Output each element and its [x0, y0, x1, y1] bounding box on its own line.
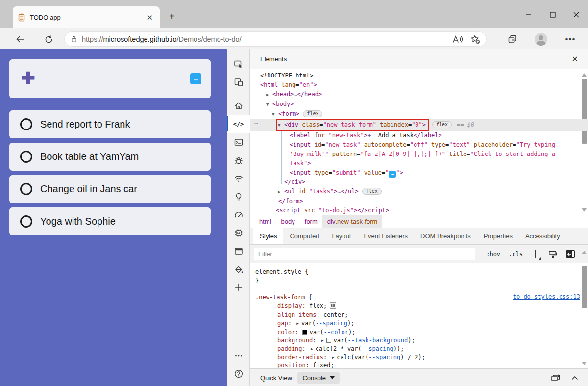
tool-css-overview-icon[interactable]	[227, 260, 250, 278]
dom-tree-node[interactable]: <label for="new-task">✚ Add a task</labe…	[250, 131, 588, 140]
tab-styles[interactable]: Styles	[253, 228, 283, 244]
breadcrumb-item[interactable]: body	[276, 215, 300, 228]
lock-icon[interactable]	[71, 35, 77, 43]
dom-tree-node[interactable]: <script src="to-do.js"></script>	[250, 206, 588, 215]
tool-elements-icon[interactable]: </>	[227, 115, 250, 133]
dom-tree-node[interactable]: <html lang="en">	[250, 80, 588, 90]
css-property[interactable]: gap: ▶var(--spacing);	[255, 319, 583, 328]
expander-icon[interactable]: ▼	[266, 100, 272, 109]
tool-help-icon[interactable]	[227, 364, 250, 383]
dock-quick-view-icon[interactable]	[551, 374, 561, 382]
css-property[interactable]: display: flex;	[255, 302, 583, 311]
tab-computed[interactable]: Computed	[283, 228, 325, 244]
tool-home-icon[interactable]	[227, 97, 250, 115]
pseudo-state-toggle[interactable]: :hov	[486, 251, 500, 257]
expander-icon[interactable]: ▼	[272, 110, 278, 119]
new-tab-button[interactable]: +	[166, 11, 178, 23]
dom-tree-node[interactable]: task">	[250, 159, 588, 168]
tool-console-icon[interactable]	[227, 133, 250, 151]
browser-tab[interactable]: TODO app ✕	[13, 6, 160, 28]
computed-sidebar-toggle-icon[interactable]	[565, 250, 575, 258]
tab-dom-breakpoints[interactable]: DOM Breakpoints	[414, 228, 477, 244]
flex-badge[interactable]: flex	[432, 121, 452, 128]
task-item[interactable]: Yoga with Sophie	[9, 207, 211, 235]
profile-avatar[interactable]	[534, 32, 548, 46]
task-checkbox[interactable]	[20, 215, 32, 228]
tool-network-icon[interactable]	[227, 169, 250, 187]
tab-accessibility[interactable]: Accessibility	[519, 228, 566, 244]
styles-scroll-up-icon[interactable]	[582, 251, 587, 254]
tool-application-icon[interactable]	[227, 242, 250, 260]
maximize-button[interactable]	[541, 0, 564, 28]
tool-issues-icon[interactable]	[227, 187, 250, 206]
css-property[interactable]: color: var(--color);	[255, 328, 583, 336]
css-selector-line[interactable]: element.style {	[255, 267, 583, 276]
tool-more-tools-icon[interactable]	[227, 346, 250, 364]
tool-add-tools-icon[interactable]	[227, 278, 250, 296]
tool-performance-icon[interactable]	[227, 206, 250, 224]
dom-tree-node[interactable]: ▼<form>flex	[250, 109, 588, 119]
minimize-button[interactable]	[517, 0, 539, 28]
task-checkbox[interactable]	[20, 183, 32, 195]
tab-layout[interactable]: Layout	[325, 228, 357, 244]
task-item[interactable]: Change oil in Jans car	[9, 175, 211, 203]
expand-value-icon[interactable]: ▶	[332, 353, 334, 361]
expand-value-icon[interactable]: ▶	[321, 336, 324, 345]
dom-tree-node[interactable]: </div>	[250, 178, 588, 187]
expand-value-icon[interactable]: ▶	[311, 345, 313, 353]
close-button[interactable]	[565, 0, 588, 28]
tab-event-listeners[interactable]: Event Listeners	[357, 228, 414, 244]
dom-tree-node[interactable]: ▼<body>	[250, 100, 588, 109]
dom-tree-node[interactable]: <input id="new-task" autocomplete="off" …	[250, 140, 588, 150]
submit-task-button[interactable]: →	[190, 73, 201, 84]
tool-device-emulation-icon[interactable]	[227, 73, 250, 91]
filter-input[interactable]	[254, 248, 475, 260]
quick-view-dropdown[interactable]: Console	[297, 372, 340, 384]
flex-badge[interactable]: flex	[303, 110, 322, 117]
css-property[interactable]: background: ▶var(--task-background);	[255, 336, 583, 345]
task-checkbox[interactable]	[20, 118, 32, 130]
tab-properties[interactable]: Properties	[477, 228, 519, 244]
stylesheet-link[interactable]: to-do-styles.css:13	[513, 293, 580, 300]
task-item[interactable]: Send report to Frank	[9, 110, 211, 138]
expander-icon[interactable]: ▼	[278, 121, 284, 130]
breadcrumb-item[interactable]: html	[254, 215, 276, 228]
node-more-actions-icon[interactable]: ⋯	[254, 119, 258, 129]
refresh-icon[interactable]	[42, 32, 55, 46]
task-checkbox[interactable]	[20, 151, 32, 163]
flexbox-editor-icon[interactable]	[330, 302, 336, 311]
dom-tree-node[interactable]: <!DOCTYPE html>	[250, 71, 588, 80]
breadcrumb-item[interactable]: div.new-task-form	[322, 215, 383, 228]
dom-tree-node[interactable]: <input type="submit" value="→">	[250, 168, 588, 178]
rendering-brush-icon[interactable]	[548, 250, 557, 259]
dom-tree-node[interactable]: 'Buy milk'" pattern="[a-z|A-Z|0-9| |,|;|…	[250, 150, 588, 159]
read-aloud-icon[interactable]	[452, 35, 463, 44]
collections-icon[interactable]	[505, 32, 520, 46]
tool-inspect-icon[interactable]	[227, 55, 250, 73]
tool-memory-icon[interactable]	[227, 224, 250, 242]
browser-menu-icon[interactable]: •••	[563, 32, 578, 46]
dom-tree-node[interactable]: ▶<ul id="tasks">…</ul>flex	[250, 187, 588, 197]
expand-value-icon[interactable]: ▶	[296, 319, 299, 328]
favorites-star-icon[interactable]	[470, 34, 480, 44]
new-task-form[interactable]: ✚ →	[9, 59, 211, 98]
dom-tree-node[interactable]: </form>	[250, 197, 588, 206]
dom-tree-node[interactable]: ⋯▼<div class="new-task-form" tabindex="0…	[250, 119, 588, 131]
color-swatch[interactable]	[302, 330, 307, 335]
css-property[interactable]: position: fixed;	[255, 361, 583, 368]
element-class-toggle[interactable]: .cls	[509, 251, 523, 257]
expander-icon[interactable]: ▶	[266, 90, 272, 100]
new-style-rule-icon[interactable]	[531, 250, 539, 258]
expander-icon[interactable]: ▶	[278, 187, 284, 197]
tab-close-icon[interactable]: ✕	[145, 13, 155, 22]
expand-quick-view-icon[interactable]	[571, 375, 578, 380]
flex-badge[interactable]: flex	[362, 188, 382, 195]
address-bar[interactable]: https://microsoftedge.github.io/Demos/de…	[64, 31, 487, 47]
color-swatch[interactable]	[326, 338, 331, 343]
css-property[interactable]: align-items: center;	[255, 311, 583, 319]
devtools-close-icon[interactable]: ✕	[572, 54, 578, 64]
css-property[interactable]: border-radius: ▶calc(var(--spacing) / 2)…	[255, 353, 583, 361]
tool-debug-icon[interactable]	[227, 151, 250, 169]
back-icon[interactable]	[13, 32, 27, 46]
dom-tree-node[interactable]: ▶<head>…</head>	[250, 90, 588, 100]
